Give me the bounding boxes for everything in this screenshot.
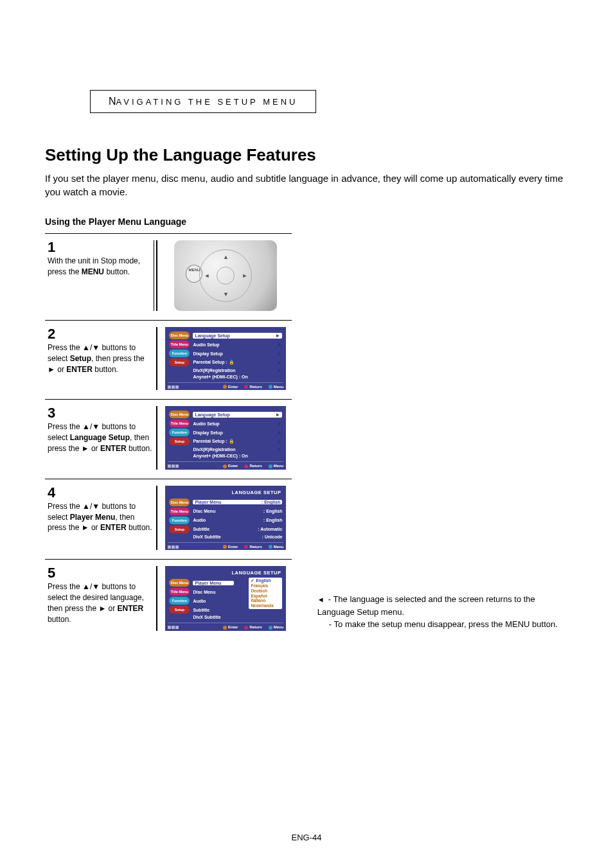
- intro-text: If you set the player menu, disc menu, a…: [45, 172, 568, 199]
- right-arrow-icon: ►: [242, 272, 247, 279]
- osd-step5: LANGUAGE SETUP Disc Menu Player Menu ✓ E…: [165, 566, 286, 630]
- osd-step3: Disc MenuLanguage Setup► Title MenuAudio…: [165, 406, 286, 469]
- chevron-right-icon: ►: [275, 333, 280, 339]
- side-func-icon: Function: [169, 350, 190, 357]
- chevron-right-icon: ►: [277, 368, 282, 373]
- step-number: 4: [48, 486, 154, 500]
- lock-icon: 🔒: [229, 360, 235, 364]
- step-2: 2 Press the ▲/▼ buttons to select Setup,…: [45, 320, 292, 399]
- section-rest: AVIGATING THE SETUP MENU: [116, 97, 298, 107]
- step-number: 2: [48, 327, 154, 341]
- notes-column: ◄- The language is selected and the scre…: [317, 593, 568, 640]
- chevron-right-icon: ►: [277, 342, 282, 348]
- chevron-right-icon: ►: [277, 351, 282, 357]
- step-5: 5 Press the ▲/▼ buttons to select the de…: [45, 559, 292, 639]
- step-number: 5: [48, 566, 154, 580]
- osd-title: LANGUAGE SETUP: [168, 490, 283, 498]
- left-arrow-icon: ◄: [204, 272, 209, 279]
- step-3: 3 Press the ▲/▼ buttons to select Langua…: [45, 399, 292, 478]
- chevron-right-icon: ►: [277, 439, 282, 445]
- chevron-right-icon: ►: [277, 430, 282, 436]
- footer-return: Return: [244, 385, 262, 389]
- step-1: 1 With the unit in Stop mode, press the …: [45, 233, 292, 320]
- osd-step2: Disc MenuLanguage Setup► Title MenuAudio…: [165, 327, 286, 390]
- page-title: Setting Up the Language Features: [45, 145, 568, 165]
- page-number: ENG-44: [0, 833, 613, 842]
- step-4: 4 Press the ▲/▼ buttons to select Player…: [45, 479, 292, 559]
- subheading: Using the Player Menu Language: [45, 217, 568, 227]
- remote-illustration: MENU ▲ ▼ ◄ ►: [174, 240, 277, 311]
- side-title-icon: Title Menu: [169, 341, 190, 348]
- section-first-letter: N: [109, 96, 116, 107]
- lock-icon: 🔒: [229, 439, 235, 443]
- side-setup-icon: Setup: [169, 359, 190, 366]
- note-2: - To make the setup menu disappear, pres…: [317, 618, 568, 631]
- remote-dpad: ▲ ▼ ◄ ►: [199, 249, 252, 302]
- down-arrow-icon: ▼: [223, 291, 229, 297]
- footer-menu: Menu: [269, 385, 284, 389]
- footer-enter: Enter: [223, 385, 238, 389]
- step-number: 3: [48, 406, 154, 420]
- steps-column: 1 With the unit in Stop mode, press the …: [45, 233, 292, 640]
- chevron-right-icon: ►: [277, 421, 282, 427]
- step-number: 1: [48, 240, 154, 254]
- chevron-right-icon: ►: [275, 412, 280, 418]
- chevron-right-icon: ►: [277, 360, 282, 366]
- note-1: - The language is selected and the scree…: [317, 594, 535, 617]
- note-arrow-icon: ◄: [317, 596, 324, 603]
- side-disc-icon: Disc Menu: [169, 332, 190, 339]
- osd-step4: LANGUAGE SETUP Disc MenuPlayer Menu: Eng…: [165, 486, 286, 550]
- section-header: NAVIGATING THE SETUP MENU: [90, 90, 316, 113]
- up-arrow-icon: ▲: [223, 254, 229, 260]
- chevron-right-icon: ►: [277, 447, 282, 452]
- language-dropdown: ✓ English Français Deutsch Español Itali…: [249, 578, 282, 609]
